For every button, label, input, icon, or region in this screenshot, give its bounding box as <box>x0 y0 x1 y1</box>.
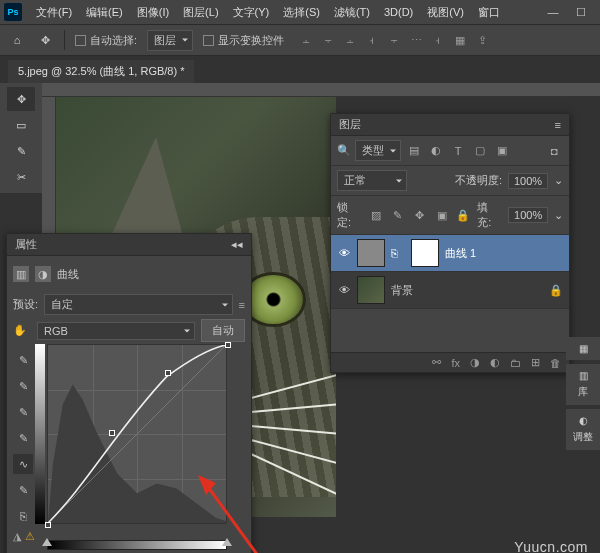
align-middle-icon[interactable]: ⫟ <box>320 32 336 48</box>
layer-name[interactable]: 曲线 1 <box>445 246 476 261</box>
move-tool-icon[interactable]: ✥ <box>36 31 54 49</box>
sample-black-eyedropper[interactable]: ✎ <box>13 402 33 422</box>
menu-select[interactable]: 选择(S) <box>277 2 326 23</box>
sample-gray-eyedropper[interactable]: ✎ <box>13 376 33 396</box>
curve-point-mid1[interactable] <box>109 430 115 436</box>
layer-mask-icon[interactable]: ◑ <box>470 356 480 369</box>
input-gradient-slider[interactable] <box>47 540 227 553</box>
filter-toggle-icon[interactable]: ◘ <box>545 143 563 159</box>
auto-select-target-dropdown[interactable]: 图层 <box>147 30 193 51</box>
edit-points-tool[interactable]: ✎ <box>13 428 33 448</box>
more-options-icon[interactable]: ⋯ <box>408 32 424 48</box>
filter-adjustment-icon[interactable]: ◐ <box>427 143 445 159</box>
3d-mode-icon[interactable]: ▦ <box>452 32 468 48</box>
channel-picker-icon[interactable]: ✋ <box>13 324 31 337</box>
maximize-button[interactable]: ☐ <box>574 5 588 19</box>
share-icon[interactable]: ⇪ <box>474 32 490 48</box>
filter-shape-icon[interactable]: ▢ <box>471 143 489 159</box>
clip-indicator-icon[interactable]: ◮ <box>13 530 21 543</box>
curves-graph[interactable] <box>47 344 227 524</box>
filter-smart-icon[interactable]: ▣ <box>493 143 511 159</box>
adjustment-title: 曲线 <box>57 267 79 282</box>
sample-white-eyedropper[interactable]: ✎ <box>13 350 33 370</box>
lock-position-icon[interactable]: ✥ <box>412 208 428 222</box>
align-bottom-icon[interactable]: ⫠ <box>342 32 358 48</box>
layers-panel-header[interactable]: 图层 ≡ <box>331 114 569 136</box>
properties-panel-header[interactable]: 属性 ◂◂ <box>7 234 251 256</box>
blend-mode-dropdown[interactable]: 正常 <box>337 170 407 191</box>
layers-panel-footer: ⚯ fx ◑ ◐ 🗀 ⊞ 🗑 <box>331 352 569 372</box>
new-group-icon[interactable]: 🗀 <box>510 357 521 369</box>
visibility-toggle[interactable]: 👁 <box>337 283 351 297</box>
layer-item-curves[interactable]: 👁 ⎘ 曲线 1 <box>331 235 569 272</box>
align-top-icon[interactable]: ⫠ <box>298 32 314 48</box>
menu-filter[interactable]: 滤镜(T) <box>328 2 376 23</box>
lasso-tool[interactable]: ✎ <box>7 139 35 163</box>
auto-select-checkbox[interactable]: 自动选择: <box>75 33 137 48</box>
adjustments-tab[interactable]: ◐调整 <box>566 409 600 450</box>
marquee-tool[interactable]: ▭ <box>7 113 35 137</box>
layer-style-icon[interactable]: fx <box>451 357 460 369</box>
menu-window[interactable]: 窗口 <box>472 2 506 23</box>
curve-point-tool[interactable]: ∿ <box>13 454 33 474</box>
menu-view[interactable]: 视图(V) <box>421 2 470 23</box>
preset-menu-icon[interactable]: ≡ <box>239 299 245 311</box>
layer-name[interactable]: 背景 <box>391 283 413 298</box>
preset-dropdown[interactable]: 自定 <box>44 294 233 315</box>
channel-dropdown[interactable]: RGB <box>37 322 195 340</box>
document-tab[interactable]: 5.jpeg @ 32.5% (曲线 1, RGB/8) * <box>8 60 194 83</box>
curve-point-white[interactable] <box>225 342 231 348</box>
swatches-icon: ▦ <box>579 343 588 354</box>
fill-value-field[interactable]: 100% <box>508 207 548 223</box>
minimize-button[interactable]: — <box>546 5 560 19</box>
mask-thumb[interactable] <box>411 239 439 267</box>
filter-type-icon[interactable]: T <box>449 143 467 159</box>
swatches-tab[interactable]: ▦ <box>566 337 600 360</box>
lock-artboard-icon[interactable]: ▣ <box>434 208 450 222</box>
lock-all-icon[interactable]: 🔒 <box>455 208 471 222</box>
fill-chevron-icon[interactable]: ⌄ <box>554 209 563 222</box>
right-panel-tabs: ▦ ▥库 ◐调整 <box>566 337 600 450</box>
layers-panel-menu-icon[interactable]: ≡ <box>555 119 561 131</box>
link-layers-icon[interactable]: ⚯ <box>432 356 441 369</box>
menu-layer[interactable]: 图层(L) <box>177 2 224 23</box>
libraries-tab[interactable]: ▥库 <box>566 364 600 405</box>
layer-item-background[interactable]: 👁 背景 🔒 <box>331 272 569 309</box>
mask-link-icon[interactable]: ⎘ <box>391 247 405 259</box>
bg-thumb[interactable] <box>357 276 385 304</box>
mask-icon: ◑ <box>35 266 51 282</box>
hand-tool[interactable]: ⎘ <box>13 506 33 526</box>
menu-type[interactable]: 文字(Y) <box>227 2 276 23</box>
curve-point-black[interactable] <box>45 522 51 528</box>
layer-filter-dropdown[interactable]: 类型 <box>355 140 401 161</box>
curves-thumb[interactable] <box>357 239 385 267</box>
crop-tool[interactable]: ✂ <box>7 165 35 189</box>
show-transform-checkbox[interactable]: 显示变换控件 <box>203 33 284 48</box>
opacity-value-field[interactable]: 100% <box>508 173 548 189</box>
watermark: Yuucn.com <box>514 539 588 553</box>
panel-collapse-icon[interactable]: ◂◂ <box>231 238 243 251</box>
white-point-slider[interactable] <box>222 538 232 546</box>
move-tool[interactable]: ✥ <box>7 87 35 111</box>
filter-pixel-icon[interactable]: ▤ <box>405 143 423 159</box>
visibility-toggle[interactable]: 👁 <box>337 246 351 260</box>
delete-layer-icon[interactable]: 🗑 <box>550 357 561 369</box>
menu-edit[interactable]: 编辑(E) <box>80 2 129 23</box>
draw-curve-tool[interactable]: ✎ <box>13 480 33 500</box>
auto-button[interactable]: 自动 <box>201 319 245 342</box>
lock-transparency-icon[interactable]: ▨ <box>368 208 384 222</box>
warning-icon: ⚠ <box>25 530 35 543</box>
menu-3d[interactable]: 3D(D) <box>378 3 419 21</box>
distribute-icon[interactable]: ⫞ <box>430 32 446 48</box>
align-center-icon[interactable]: ⫟ <box>386 32 402 48</box>
align-left-icon[interactable]: ⫞ <box>364 32 380 48</box>
curve-point-mid2[interactable] <box>165 370 171 376</box>
menu-file[interactable]: 文件(F) <box>30 2 78 23</box>
menu-image[interactable]: 图像(I) <box>131 2 175 23</box>
home-icon[interactable]: ⌂ <box>8 31 26 49</box>
new-adjustment-icon[interactable]: ◐ <box>490 356 500 369</box>
new-layer-icon[interactable]: ⊞ <box>531 356 540 369</box>
lock-pixels-icon[interactable]: ✎ <box>390 208 406 222</box>
opacity-chevron-icon[interactable]: ⌄ <box>554 174 563 187</box>
black-point-slider[interactable] <box>42 538 52 546</box>
